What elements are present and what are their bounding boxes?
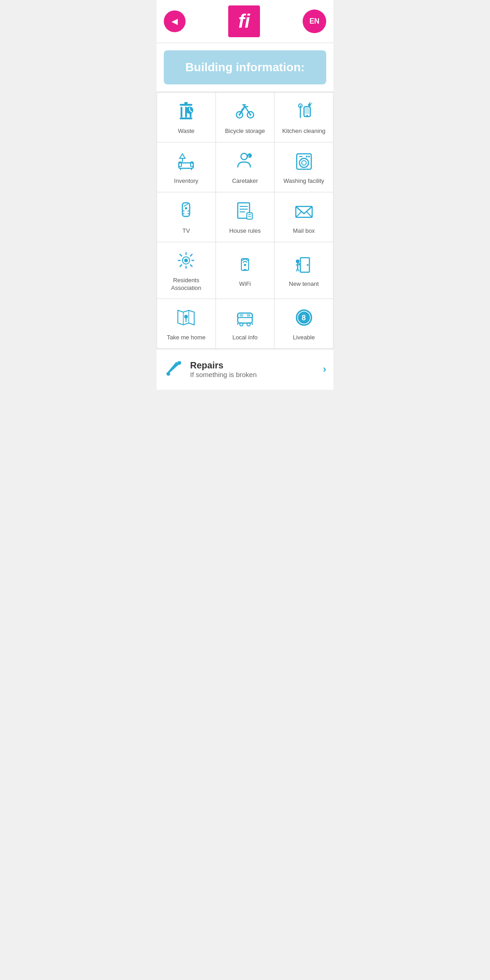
grid-item-caretaker[interactable]: i Caretaker	[216, 142, 275, 192]
menu-grid: Waste Bicycle storage	[157, 92, 333, 349]
banner-wrap: Building information:	[157, 43, 333, 92]
svg-point-36	[302, 161, 306, 165]
svg-point-42	[185, 207, 187, 210]
svg-point-35	[299, 158, 309, 167]
svg-rect-16	[305, 108, 309, 114]
grid-item-waste[interactable]: Waste	[157, 93, 216, 142]
svg-point-38	[306, 156, 308, 157]
svg-text:i: i	[248, 154, 249, 158]
repairs-arrow: ›	[323, 363, 326, 375]
svg-line-22	[311, 103, 312, 104]
wifi-label: WiFi	[239, 280, 251, 288]
grid-item-house-rules[interactable]: House rules	[216, 192, 275, 242]
house-rules-label: House rules	[229, 227, 260, 235]
svg-point-47	[186, 216, 187, 217]
svg-point-72	[307, 264, 309, 266]
caretaker-label: Caretaker	[232, 177, 258, 185]
svg-line-41	[184, 204, 188, 206]
new-tenant-icon	[294, 254, 314, 277]
grid-item-new-tenant[interactable]: New tenant	[274, 242, 333, 299]
liveable-label: Liveable	[293, 334, 314, 342]
residents-association-label: Residents Association	[161, 277, 212, 292]
svg-point-45	[183, 213, 185, 215]
svg-point-17	[306, 115, 308, 117]
washing-facility-icon	[294, 151, 314, 174]
repairs-icon	[164, 358, 184, 382]
local-info-icon	[235, 308, 255, 330]
svg-line-63	[180, 254, 182, 256]
svg-line-56	[296, 212, 301, 217]
svg-point-44	[188, 211, 189, 212]
washing-facility-label: Washing facility	[284, 177, 324, 185]
svg-line-64	[190, 265, 192, 267]
repairs-subtitle: If something is broken	[190, 371, 317, 378]
language-label: EN	[309, 17, 319, 25]
inventory-label: Inventory	[174, 177, 198, 185]
svg-line-66	[180, 265, 182, 267]
grid-item-tv[interactable]: TV	[157, 192, 216, 242]
inventory-icon	[176, 151, 196, 174]
svg-point-67	[184, 259, 188, 262]
grid-item-local-info[interactable]: Local info	[216, 299, 275, 349]
repairs-title: Repairs	[190, 360, 317, 371]
kitchen-cleaning-icon	[294, 101, 314, 124]
repairs-text: Repairs If something is broken	[190, 360, 317, 378]
svg-point-43	[183, 211, 185, 212]
svg-point-100	[167, 372, 170, 376]
residents-association-icon	[176, 250, 196, 273]
caretaker-icon: i	[235, 151, 255, 174]
svg-rect-87	[247, 314, 250, 317]
mail-box-icon	[294, 201, 314, 224]
banner-title: Building information:	[186, 60, 305, 74]
svg-point-20	[308, 103, 311, 106]
house-rules-icon	[235, 201, 255, 224]
svg-rect-5	[180, 118, 192, 119]
svg-point-82	[184, 315, 188, 318]
header: fi EN	[157, 0, 333, 43]
mail-box-label: Mail box	[293, 227, 314, 235]
bicycle-storage-label: Bicycle storage	[225, 127, 265, 135]
kitchen-cleaning-label: Kitchen cleaning	[282, 127, 325, 135]
take-me-home-icon	[176, 308, 196, 330]
tv-icon	[176, 201, 196, 224]
svg-rect-2	[181, 107, 182, 118]
local-info-label: Local info	[232, 334, 258, 342]
svg-rect-0	[184, 102, 188, 104]
building-info-banner: Building information:	[164, 50, 326, 84]
grid-item-kitchen-cleaning[interactable]: Kitchen cleaning	[274, 93, 333, 142]
svg-rect-86	[240, 314, 243, 317]
svg-rect-26	[179, 163, 193, 168]
svg-point-39	[308, 156, 310, 157]
svg-rect-1	[180, 104, 192, 106]
wifi-icon	[235, 254, 255, 277]
svg-line-21	[309, 102, 310, 103]
back-button[interactable]	[164, 10, 186, 32]
tv-label: TV	[182, 227, 190, 235]
liveable-icon: 8	[294, 308, 314, 330]
svg-line-77	[298, 269, 299, 271]
grid-item-inventory[interactable]: Inventory	[157, 142, 216, 192]
svg-point-31	[241, 153, 247, 160]
grid-item-wifi[interactable]: WiFi	[216, 242, 275, 299]
logo: fi	[228, 5, 260, 37]
grid-item-washing-facility[interactable]: Washing facility	[274, 142, 333, 192]
logo-text: fi	[238, 10, 250, 32]
svg-point-46	[188, 213, 189, 215]
new-tenant-label: New tenant	[289, 280, 319, 288]
waste-label: Waste	[178, 127, 194, 135]
grid-item-take-me-home[interactable]: Take me home	[157, 299, 216, 349]
grid-item-liveable[interactable]: 8 Liveable	[274, 299, 333, 349]
grid-item-bicycle-storage[interactable]: Bicycle storage	[216, 93, 275, 142]
language-button[interactable]: EN	[303, 10, 326, 33]
repairs-section[interactable]: Repairs If something is broken ›	[157, 349, 333, 390]
svg-text:8: 8	[302, 314, 306, 322]
svg-line-65	[190, 254, 192, 256]
svg-point-69	[244, 264, 246, 266]
waste-icon	[176, 101, 196, 124]
take-me-home-label: Take me home	[167, 334, 206, 342]
grid-item-mail-box[interactable]: Mail box	[274, 192, 333, 242]
grid-item-residents-association[interactable]: Residents Association	[157, 242, 216, 299]
svg-rect-52	[247, 213, 252, 219]
bicycle-icon	[235, 101, 255, 124]
svg-marker-24	[180, 154, 185, 158]
